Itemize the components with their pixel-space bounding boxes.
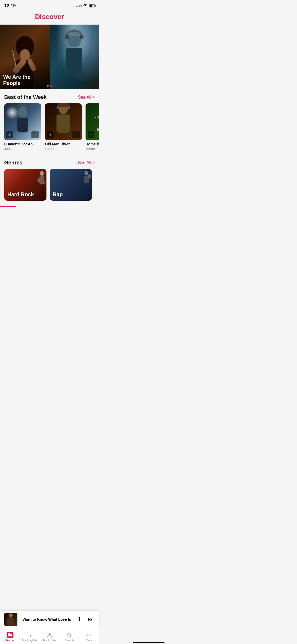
card-2-add-btn[interactable]: + — [47, 131, 54, 138]
card-3-add-btn[interactable]: + — [88, 131, 94, 138]
best-of-week-title: Best of the Week — [4, 94, 47, 100]
card-2-actions: + ··· — [47, 131, 80, 138]
status-icons — [76, 4, 95, 8]
hero-overlay: We Are the People — [0, 63, 50, 89]
status-time: 12:19 — [4, 3, 16, 8]
genres-header: Genres See All > — [0, 155, 99, 169]
best-of-week-see-all[interactable]: See All > — [78, 95, 95, 100]
card-2[interactable]: + ··· Old Man River Loren — [45, 103, 82, 151]
card-2-more-btn[interactable]: ··· — [72, 131, 80, 138]
hero-title: We Are the People — [3, 74, 46, 86]
card-1-more-btn[interactable]: ··· — [31, 131, 39, 138]
card-3[interactable]: Neverunderestimate——the——power ofMUSIC +… — [86, 103, 99, 151]
genres-see-all[interactable]: See All > — [78, 160, 95, 165]
hero-banner[interactable]: We Are the People — [0, 25, 99, 89]
hero-right-panel[interactable] — [50, 25, 99, 89]
best-of-week-cards: + ··· I Haven't Got An... Jane — [0, 103, 99, 155]
hero-dots — [47, 85, 53, 87]
card-3-title: Home is Wher... — [86, 142, 99, 146]
genres-cards: Hard Rock Rap — [0, 169, 99, 206]
page-title: Discover — [0, 11, 99, 25]
hero-left-panel[interactable]: We Are the People — [0, 25, 50, 89]
genre-hard-rock-label: Hard Rock — [7, 191, 34, 197]
card-1-artist: Jane — [4, 147, 41, 151]
card-1-add-btn[interactable]: + — [6, 131, 13, 138]
genre-hard-rock[interactable]: Hard Rock — [4, 169, 46, 201]
card-3-actions: + ··· — [88, 131, 99, 138]
status-bar: 12:19 — [0, 0, 99, 11]
genre-rap-label: Rap — [53, 191, 63, 197]
signal-icon — [76, 4, 82, 7]
best-of-week-header: Best of the Week See All > — [0, 89, 99, 103]
hero-dot-1[interactable] — [47, 85, 49, 87]
wifi-icon — [83, 4, 87, 8]
card-1-title: I Haven't Got An... — [4, 142, 41, 146]
genres-title: Genres — [4, 160, 22, 166]
battery-icon — [89, 4, 95, 7]
genre-rap[interactable]: Rap — [50, 169, 92, 201]
card-1[interactable]: + ··· I Haven't Got An... Jane — [4, 103, 41, 151]
card-1-actions: + ··· — [6, 131, 39, 138]
card-3-artist: Johan — [86, 147, 99, 151]
card-2-artist: Loren — [45, 147, 82, 151]
hero-dot-2[interactable] — [50, 85, 53, 87]
card-2-title: Old Man River — [45, 142, 82, 146]
